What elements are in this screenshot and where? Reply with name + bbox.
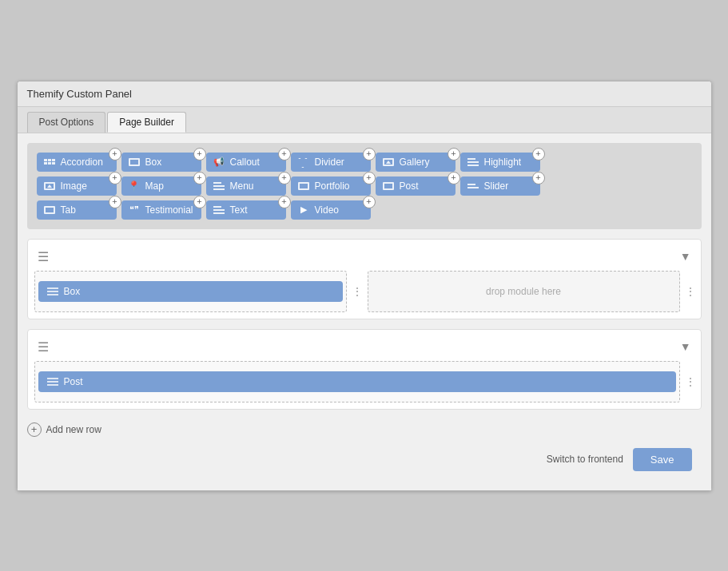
box-add-plus[interactable]: + bbox=[193, 148, 206, 161]
row-1-columns: Box ⋮ drop module here ⋮ bbox=[34, 271, 694, 312]
module-btn-tab[interactable]: Tab + bbox=[37, 200, 117, 220]
row-2-collapse-arrow[interactable]: ▼ bbox=[680, 340, 691, 353]
panel-title: Themify Custom Panel bbox=[27, 88, 133, 100]
row-1-col-1: Box bbox=[34, 271, 347, 312]
module-btn-portfolio[interactable]: Portfolio + bbox=[291, 176, 371, 196]
row-1-col-2[interactable]: drop module here bbox=[368, 271, 680, 312]
module-btn-callout[interactable]: 📢 Callout + bbox=[206, 153, 286, 172]
testimonial-add-plus[interactable]: + bbox=[193, 196, 206, 208]
row-1-col2-resize[interactable]: ⋮ bbox=[686, 271, 694, 312]
row-2-col-1: Post bbox=[34, 361, 680, 402]
video-add-plus[interactable]: + bbox=[363, 196, 376, 208]
add-new-row-btn[interactable]: + Add new row bbox=[27, 419, 702, 440]
post-add-plus[interactable]: + bbox=[448, 172, 460, 184]
gallery-icon bbox=[382, 157, 395, 167]
menu-add-plus[interactable]: + bbox=[278, 172, 291, 184]
row-2-columns: Post ⋮ bbox=[34, 361, 694, 402]
accordion-add-plus[interactable]: + bbox=[109, 148, 121, 161]
row-2-header: ☰ ▼ bbox=[34, 336, 694, 361]
box-module-item[interactable]: Box bbox=[38, 281, 343, 302]
module-btn-divider[interactable]: - - - Divider + bbox=[291, 153, 371, 172]
tab-post-options[interactable]: Post Options bbox=[27, 112, 106, 133]
row-1-collapse-arrow[interactable]: ▼ bbox=[680, 250, 691, 263]
divider-icon: - - - bbox=[297, 157, 310, 167]
menu-icon bbox=[213, 181, 225, 191]
text-icon bbox=[213, 205, 225, 215]
row-2-resize-handle[interactable]: ⋮ bbox=[686, 361, 694, 402]
map-icon: 📍 bbox=[128, 181, 141, 191]
module-btn-video[interactable]: ▶ Video + bbox=[291, 200, 371, 220]
post-module-label: Post bbox=[64, 376, 83, 387]
callout-icon: 📢 bbox=[213, 157, 225, 167]
portfolio-icon bbox=[297, 181, 310, 191]
module-btn-image[interactable]: Image + bbox=[37, 176, 117, 196]
highlight-icon bbox=[467, 157, 479, 167]
slider-icon bbox=[467, 181, 479, 191]
accordion-icon bbox=[43, 157, 56, 167]
box-module-label: Box bbox=[64, 286, 81, 297]
tabs-bar: Post Options Page Builder bbox=[18, 107, 711, 133]
add-row-plus-icon: + bbox=[27, 422, 42, 437]
text-add-plus[interactable]: + bbox=[278, 196, 291, 208]
box-icon bbox=[128, 157, 141, 167]
add-row-label: Add new row bbox=[46, 424, 101, 435]
module-btn-box[interactable]: Box + bbox=[121, 153, 201, 172]
builder-row-2: ☰ ▼ Post ⋮ bbox=[27, 329, 702, 410]
row-2-drag-handle[interactable]: ☰ bbox=[38, 339, 49, 355]
module-btn-testimonial[interactable]: ❝❞ Testimonial + bbox=[121, 200, 201, 220]
save-button[interactable]: Save bbox=[633, 448, 692, 471]
row-1-drag-handle[interactable]: ☰ bbox=[38, 249, 49, 264]
highlight-add-plus[interactable]: + bbox=[532, 148, 545, 161]
video-icon: ▶ bbox=[297, 205, 310, 215]
modules-row-2: Image + 📍 Map + Menu + bbox=[37, 176, 692, 196]
map-add-plus[interactable]: + bbox=[193, 172, 206, 184]
modules-row-3: Tab + ❝❞ Testimonial + Text + bbox=[37, 200, 692, 220]
box-module-icon bbox=[46, 286, 59, 297]
post-icon bbox=[382, 181, 395, 191]
divider-add-plus[interactable]: + bbox=[363, 148, 376, 161]
tab-page-builder[interactable]: Page Builder bbox=[107, 112, 186, 133]
module-btn-slider[interactable]: Slider + bbox=[460, 176, 540, 196]
module-btn-accordion[interactable]: Accordion + bbox=[37, 153, 117, 172]
row-1-resize-handle[interactable]: ⋮ bbox=[353, 271, 361, 312]
module-btn-menu[interactable]: Menu + bbox=[206, 176, 286, 196]
modules-area: Accordion + Box + 📢 Callout + bbox=[27, 143, 702, 229]
slider-add-plus[interactable]: + bbox=[532, 172, 545, 184]
post-module-icon bbox=[46, 376, 59, 387]
modules-row-1: Accordion + Box + 📢 Callout + bbox=[37, 153, 692, 172]
post-module-item[interactable]: Post bbox=[38, 371, 676, 392]
builder-row-1: ☰ ▼ Box ⋮ drop module here bbox=[27, 239, 702, 319]
panel-window: Themify Custom Panel Post Options Page B… bbox=[17, 81, 712, 491]
image-icon bbox=[43, 181, 56, 191]
testimonial-icon: ❝❞ bbox=[128, 205, 141, 215]
tab-icon bbox=[43, 205, 56, 215]
module-btn-gallery[interactable]: Gallery + bbox=[376, 153, 455, 172]
portfolio-add-plus[interactable]: + bbox=[363, 172, 376, 184]
switch-frontend-label: Switch to frontend bbox=[547, 454, 623, 465]
module-btn-text[interactable]: Text + bbox=[206, 200, 286, 220]
panel-body: Accordion + Box + 📢 Callout + bbox=[18, 133, 711, 490]
module-btn-map[interactable]: 📍 Map + bbox=[121, 176, 201, 196]
row-1-header: ☰ ▼ bbox=[34, 246, 694, 271]
tab-add-plus[interactable]: + bbox=[109, 196, 121, 208]
gallery-add-plus[interactable]: + bbox=[448, 148, 460, 161]
image-add-plus[interactable]: + bbox=[109, 172, 121, 184]
bottom-bar: Switch to frontend Save bbox=[27, 440, 702, 481]
panel-title-bar: Themify Custom Panel bbox=[18, 81, 711, 107]
callout-add-plus[interactable]: + bbox=[278, 148, 291, 161]
module-btn-post[interactable]: Post + bbox=[376, 176, 455, 196]
module-btn-highlight[interactable]: Highlight + bbox=[460, 153, 540, 172]
